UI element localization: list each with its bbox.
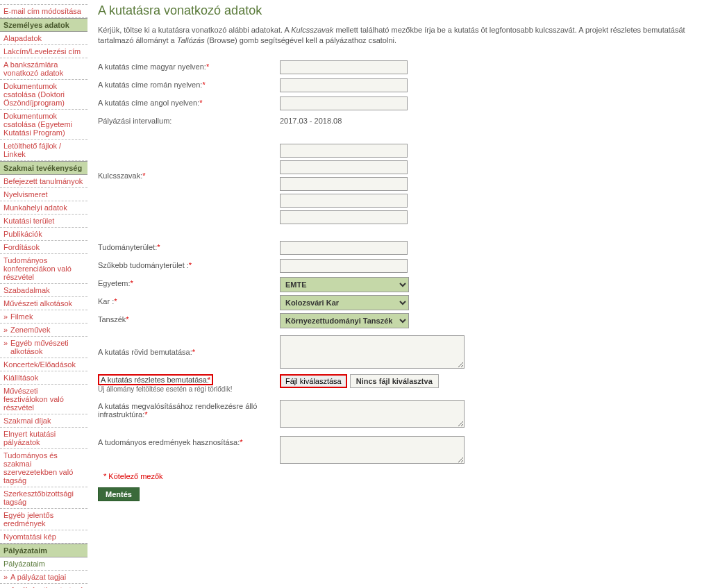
sidebar: E-mail cím módosításaSzemélyes adatokAla… [0, 0, 87, 588]
nav-item-0-4[interactable]: Dokumentumok csatolása (Egyetemi Kutatás… [0, 110, 87, 140]
nav-item-1-12[interactable]: Koncertek/Előadások [0, 358, 87, 371]
section-header-2: Pályázataim [0, 544, 87, 557]
nav-item-1-14[interactable]: Művészeti fesztiválokon való részvétel [0, 385, 87, 414]
nav-item-0-5[interactable]: Letölthető fájlok / Linkek [0, 140, 87, 161]
file-select-button[interactable]: Fájl kiválasztása [280, 374, 347, 388]
page-title: A kutatásra vonatkozó adatok [98, 3, 701, 18]
textarea-infra[interactable] [280, 400, 465, 428]
intro-part3: (Browse) gomb segítségével kell a pályáz… [205, 36, 396, 44]
nav-item-1-1[interactable]: Nyelvismeret [0, 188, 87, 201]
nav-item-0-2[interactable]: A bankszámlára vonatkozó adatok [0, 58, 87, 80]
nav-item-2-2[interactable]: A pályázathoz tartozó szakmai tevékenysé… [0, 584, 87, 588]
nav-item-1-3[interactable]: Kutatási terület [0, 215, 87, 228]
intro-part1: Kérjük, töltse ki a kutatásra vonatkozó … [98, 26, 291, 34]
nav-item-1-8[interactable]: Művészeti alkotások [0, 297, 87, 310]
nav-item-1-5[interactable]: Fordítások [0, 241, 87, 254]
file-status-text: Nincs fájl kiválasztva [350, 374, 439, 388]
select-faculty[interactable]: Kolozsvári Kar [280, 295, 409, 310]
nav-item-1-0[interactable]: Befejezett tanulmányok [0, 175, 87, 188]
input-title-ro[interactable] [280, 78, 408, 92]
input-title-en[interactable] [280, 96, 408, 110]
nav-item-0-0[interactable]: Alapadatok [0, 32, 87, 45]
nav-item-2-1[interactable]: A pályázat tagjai [0, 571, 87, 584]
label-field: Tudományterület:* [98, 241, 280, 251]
input-field[interactable] [280, 241, 408, 255]
nav-item-1-20[interactable]: Nyomtatási kép [0, 530, 87, 544]
label-results: A tudományos eredmények hasznosítása:* [98, 436, 280, 446]
input-subfield[interactable] [280, 259, 408, 273]
save-button[interactable]: Mentés [98, 487, 140, 501]
input-keyword-1[interactable] [280, 144, 408, 158]
textarea-results[interactable] [280, 436, 465, 464]
nav-item-1-7[interactable]: Szabadalmak [0, 284, 87, 297]
value-interval: 2017.03 - 2018.08 [280, 115, 701, 125]
label-department: Tanszék* [98, 313, 280, 324]
input-keyword-4[interactable] [280, 194, 408, 208]
nav-item-1-11[interactable]: Egyéb művészeti alkotások [0, 337, 87, 358]
label-subfield: Szűkebb tudományterület :* [98, 259, 280, 269]
nav-item-1-16[interactable]: Elnyert kutatási pályázatok [0, 428, 87, 449]
intro-italic2: Tallózás [177, 36, 205, 44]
input-keyword-3[interactable] [280, 177, 408, 191]
select-department[interactable]: Környezettudományi Tanszék [280, 313, 409, 328]
nav-item-1-6[interactable]: Tudományos konferenciákon való részvétel [0, 254, 87, 284]
select-university[interactable]: EMTE [280, 277, 409, 292]
mandatory-note: Kötelező mezők [103, 472, 701, 480]
nav-top-0[interactable] [0, 0, 87, 5]
textarea-short-desc[interactable] [280, 335, 465, 369]
section-header-0: Személyes adatok [0, 18, 87, 32]
nav-item-1-4[interactable]: Publikációk [0, 228, 87, 241]
nav-item-1-18[interactable]: Szerkesztőbizottsági tagság [0, 487, 87, 509]
nav-item-1-19[interactable]: Egyéb jelentős eredmények [0, 509, 87, 530]
nav-item-1-13[interactable]: Kiállítások [0, 371, 87, 385]
input-keyword-5[interactable] [280, 210, 408, 224]
label-title-hu: A kutatás címe magyar nyelven:* [98, 60, 280, 71]
label-keywords: Kulcsszavak:* [98, 144, 280, 180]
nav-item-1-10[interactable]: Zeneművek [0, 324, 87, 337]
nav-item-0-3[interactable]: Dokumentumok csatolása (Doktori Öszöndíj… [0, 80, 87, 110]
label-interval: Pályázási intervallum: [98, 115, 280, 125]
nav-top-1[interactable]: E-mail cím módosítása [0, 5, 87, 18]
main-content: A kutatásra vonatkozó adatok Kérjük, töl… [87, 0, 711, 588]
intro-text: Kérjük, töltse ki a kutatásra vonatkozó … [98, 25, 701, 47]
nav-item-1-9[interactable]: Filmek [0, 310, 87, 324]
label-faculty: Kar :* [98, 295, 280, 305]
label-short-desc: A kutatás rövid bemutatása:* [98, 335, 280, 356]
nav-item-1-2[interactable]: Munkahelyi adatok [0, 201, 87, 215]
label-detail-desc: A kutatás részletes bemutatása:* [98, 374, 213, 385]
nav-item-2-0[interactable]: Pályázataim [0, 557, 87, 571]
nav-item-1-17[interactable]: Tudományos és szakmai szervezetekben val… [0, 449, 87, 487]
input-keyword-2[interactable] [280, 160, 408, 174]
label-title-en: A kutatás címe angol nyelven:* [98, 96, 280, 107]
section-header-1: Szakmai tevékenység [0, 161, 87, 175]
label-infra: A kutatás megvalósításához rendelkezésre… [98, 400, 280, 419]
nav-item-1-15[interactable]: Szakmai díjak [0, 414, 87, 428]
input-title-hu[interactable] [280, 60, 408, 74]
label-title-ro: A kutatás címe román nyelven:* [98, 78, 280, 89]
nav-item-0-1[interactable]: Lakcím/Levelezési cím [0, 45, 87, 58]
detail-note: Új állomány feltöltése esetén a régi tör… [98, 385, 280, 393]
label-university: Egyetem:* [98, 277, 280, 287]
intro-italic1: Kulcsszavak [291, 26, 333, 34]
